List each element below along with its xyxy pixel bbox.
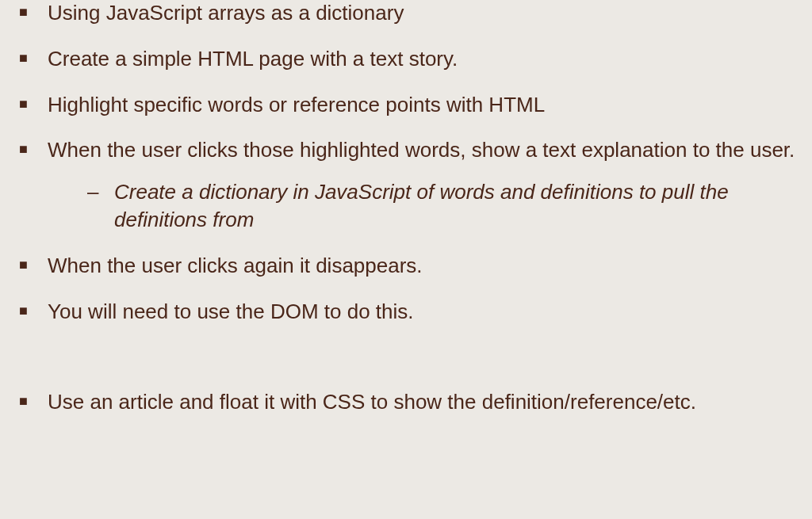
list-item: When the user clicks those highlighted w… [16,137,796,234]
list-item-text: Highlight specific words or reference po… [48,93,545,116]
list-item-text: Use an article and float it with CSS to … [48,390,696,414]
list-item: Highlight specific words or reference po… [16,92,796,119]
list-item: Create a simple HTML page with a text st… [16,46,796,73]
list-item: Using JavaScript arrays as a dictionary [16,0,796,27]
list-item-text: You will need to use the DOM to do this. [48,300,414,323]
sub-list: Create a dictionary in JavaScript of wor… [48,178,796,234]
sub-list-item: Create a dictionary in JavaScript of wor… [86,178,796,234]
bullet-list: Using JavaScript arrays as a dictionary … [16,0,796,416]
list-item-text: Create a simple HTML page with a text st… [48,47,458,71]
list-item: You will need to use the DOM to do this. [16,299,796,326]
list-item-text: Using JavaScript arrays as a dictionary [48,1,404,25]
list-item: Use an article and float it with CSS to … [16,389,796,416]
list-item: When the user clicks again it disappears… [16,253,796,280]
list-item-text: When the user clicks those highlighted w… [48,138,795,162]
sub-list-item-text: Create a dictionary in JavaScript of wor… [114,180,729,231]
list-item-text: When the user clicks again it disappears… [48,254,423,277]
